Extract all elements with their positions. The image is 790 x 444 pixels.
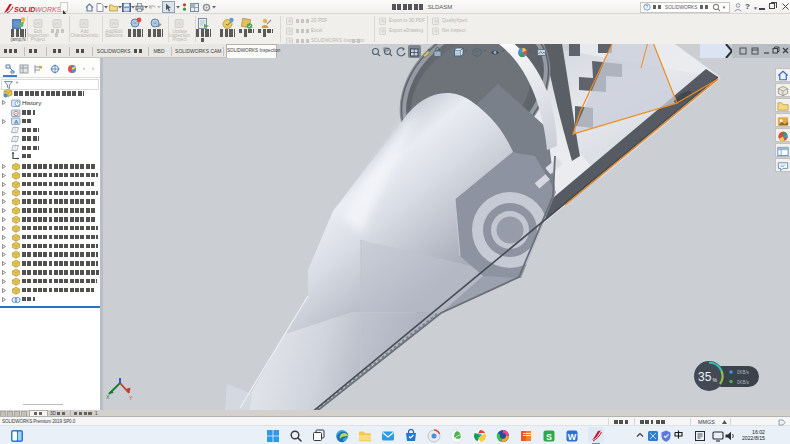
- svg-text:35: 35: [698, 370, 712, 384]
- svg-text:S: S: [546, 431, 552, 441]
- svg-text:%: %: [713, 377, 718, 383]
- svg-text:W: W: [568, 431, 577, 441]
- svg-text:0KB/s: 0KB/s: [737, 370, 750, 375]
- svg-text:X: X: [106, 394, 110, 400]
- svg-text:0KB/s: 0KB/s: [737, 380, 750, 385]
- svg-text:?: ?: [645, 4, 648, 10]
- svg-text:Y: Y: [129, 395, 133, 400]
